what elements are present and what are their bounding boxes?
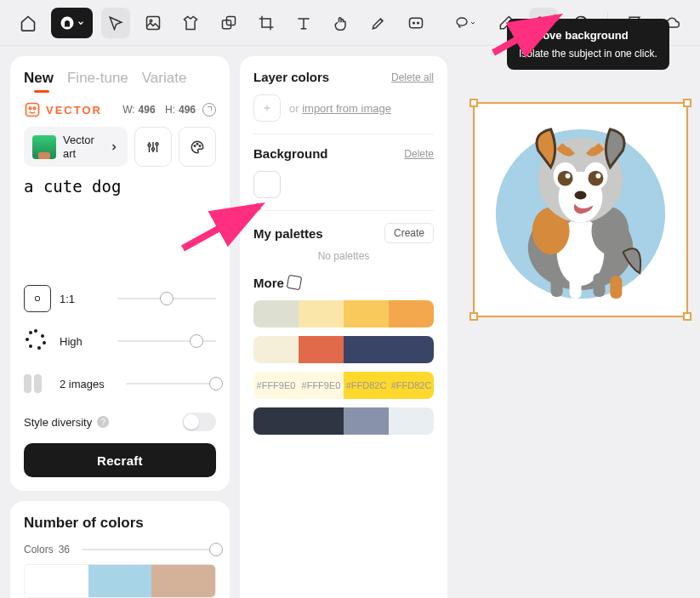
- generate-panel: New Fine-tune Variate VECTOR W:496 H:496: [10, 56, 230, 491]
- svg-point-6: [418, 22, 419, 24]
- svg-rect-4: [409, 18, 422, 28]
- svg-point-12: [29, 107, 31, 109]
- delete-bg-button[interactable]: Delete: [404, 148, 434, 160]
- svg-point-14: [148, 144, 151, 146]
- background-swatch[interactable]: [253, 171, 281, 198]
- aspect-slider[interactable]: [117, 298, 216, 299]
- background-title: Background: [253, 146, 328, 161]
- layer-colors-title: Layer colors: [253, 70, 329, 84]
- aspect-label: 1:1: [60, 293, 109, 305]
- diversity-toggle[interactable]: [182, 413, 216, 431]
- svg-point-19: [199, 145, 201, 146]
- svg-line-39: [183, 206, 259, 248]
- more-title: More: [253, 274, 434, 290]
- recraft-button[interactable]: Recraft: [24, 443, 216, 477]
- svg-point-16: [156, 142, 158, 145]
- mask-icon[interactable]: [401, 8, 430, 38]
- colors-panel: Layer colors Delete all ＋ or import from…: [240, 56, 447, 598]
- dice-icon[interactable]: [287, 275, 303, 291]
- svg-point-35: [566, 174, 571, 179]
- svg-rect-26: [570, 277, 582, 299]
- vector-mode[interactable]: VECTOR: [24, 101, 102, 118]
- diversity-label: Style diversity: [24, 416, 92, 429]
- svg-point-15: [152, 147, 155, 150]
- hand-icon[interactable]: [327, 8, 356, 38]
- svg-point-1: [151, 20, 153, 22]
- svg-rect-28: [610, 276, 622, 299]
- svg-point-7: [457, 18, 467, 26]
- resize-handle[interactable]: [470, 99, 478, 107]
- palette-row[interactable]: [253, 300, 434, 327]
- palette-row[interactable]: [253, 336, 434, 363]
- palette-icon[interactable]: [179, 127, 216, 167]
- resize-handle[interactable]: [683, 99, 691, 107]
- svg-rect-27: [593, 273, 605, 297]
- svg-point-18: [196, 143, 198, 145]
- brand-icon[interactable]: [51, 8, 93, 38]
- svg-point-36: [595, 174, 600, 179]
- num-colors-title: Number of colors: [24, 515, 216, 532]
- style-selector[interactable]: Vector art: [24, 127, 128, 167]
- svg-point-5: [413, 22, 415, 24]
- annotation-arrow: [485, 10, 570, 61]
- quality-slider[interactable]: [117, 340, 216, 342]
- settings-icon[interactable]: [134, 127, 172, 167]
- svg-line-38: [493, 17, 557, 53]
- colors-count: 36: [59, 544, 70, 555]
- tab-finetune[interactable]: Fine-tune: [67, 70, 128, 87]
- svg-rect-11: [26, 104, 39, 117]
- palette-row[interactable]: #FFF9E0#FFF9E0#FFD82C#FFD82C: [253, 372, 434, 399]
- home-icon[interactable]: [14, 8, 43, 38]
- svg-rect-25: [551, 273, 563, 297]
- layers-icon[interactable]: [214, 8, 243, 38]
- svg-point-33: [558, 171, 573, 186]
- svg-point-34: [588, 171, 603, 186]
- aspect-icon: [24, 285, 51, 312]
- shirt-icon[interactable]: [176, 8, 205, 38]
- height-value[interactable]: 496: [179, 104, 196, 116]
- quality-label: High: [60, 335, 109, 348]
- svg-rect-0: [147, 16, 160, 29]
- count-label: 2 images: [60, 378, 117, 390]
- delete-all-button[interactable]: Delete all: [391, 71, 434, 83]
- width-value[interactable]: 496: [139, 104, 156, 116]
- num-colors-panel: Number of colors Colors 36: [10, 501, 230, 598]
- text-icon[interactable]: [289, 8, 318, 38]
- annotation-arrow: [174, 197, 276, 257]
- add-color-button[interactable]: ＋: [253, 94, 281, 122]
- canvas-selection[interactable]: [473, 102, 688, 317]
- image-gen-icon[interactable]: [139, 8, 168, 38]
- generated-image: [475, 104, 686, 316]
- resize-handle[interactable]: [683, 312, 691, 321]
- import-link[interactable]: import from image: [302, 102, 391, 115]
- count-slider[interactable]: [126, 383, 216, 384]
- info-icon[interactable]: ?: [97, 416, 109, 428]
- count-icon: [24, 370, 51, 397]
- svg-point-37: [575, 191, 587, 200]
- highlight-icon[interactable]: [364, 8, 393, 38]
- vector-label: VECTOR: [46, 104, 102, 117]
- resize-handle[interactable]: [470, 312, 478, 321]
- no-palettes-text: No palettes: [253, 250, 434, 262]
- svg-point-17: [194, 145, 196, 146]
- create-palette-button[interactable]: Create: [384, 223, 434, 243]
- lasso-icon[interactable]: [447, 8, 483, 38]
- tab-new[interactable]: New: [24, 70, 54, 87]
- quality-icon: [24, 327, 51, 355]
- colors-slider[interactable]: [82, 549, 216, 550]
- cursor-icon[interactable]: [101, 8, 130, 38]
- palette-row[interactable]: [253, 407, 434, 435]
- chevron-right-icon: [109, 142, 119, 152]
- color-preview: [24, 564, 216, 598]
- history-icon[interactable]: [202, 103, 216, 117]
- crop-icon[interactable]: [252, 8, 281, 38]
- svg-point-13: [33, 107, 36, 109]
- tab-variate[interactable]: Variate: [142, 70, 187, 87]
